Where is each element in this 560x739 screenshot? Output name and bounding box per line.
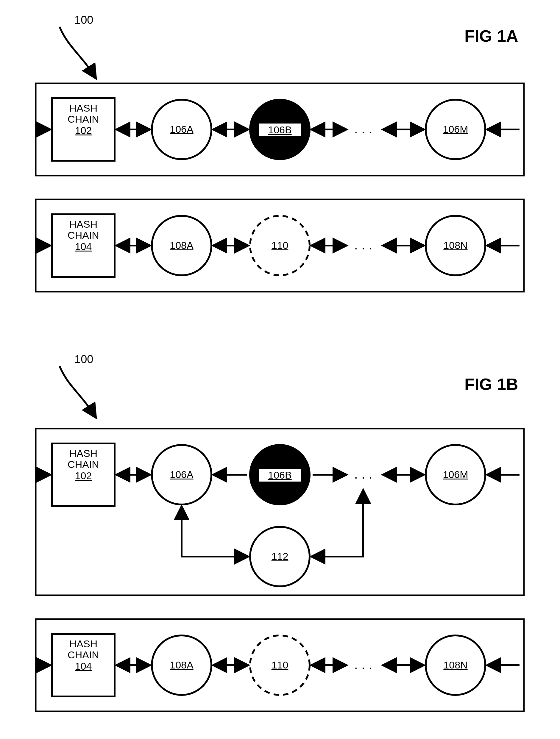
fig-1b: 100 FIG 1B HASH CHAIN 102 106A 106B . . … [36, 353, 524, 711]
label-106b: 106B [259, 124, 301, 136]
hash-line1: HASH [52, 448, 115, 459]
label-112: 112 [262, 551, 298, 562]
hash-ref-104: 104 [52, 241, 115, 252]
ellipsis-1b-2: . . . [354, 657, 372, 672]
callout-arrow-fig1a [59, 27, 95, 78]
hash-line1: HASH [52, 103, 115, 114]
hash-line2: CHAIN [52, 230, 115, 241]
fig1a-chain2: HASH CHAIN 104 108A 110 . . . 108N [36, 199, 524, 292]
label-106a: 106A [158, 124, 205, 135]
callout-100-fig1a: 100 [75, 14, 93, 26]
label-110: 110 [262, 240, 298, 251]
label-108n: 108N [432, 240, 479, 251]
label-110-b: 110 [262, 659, 298, 671]
arrow-112-ellipsis [313, 491, 363, 557]
title-fig1b: FIG 1B [464, 375, 518, 394]
label-108n-b: 108N [432, 659, 479, 671]
hash-line1: HASH [52, 638, 115, 649]
hash-ref-104b: 104 [52, 661, 115, 672]
callout-100-fig1b: 100 [75, 353, 93, 365]
fig1b-chain1: HASH CHAIN 102 106A 106B . . . 106M 112 [36, 429, 524, 595]
label-106b-b: 106B [259, 469, 301, 481]
arrow-106a-112 [182, 507, 247, 557]
ellipsis-1a-1: . . . [354, 121, 372, 136]
diagram-svg: 100 FIG 1A HASH CHAIN 102 106A 106B [0, 0, 560, 739]
fig1a-chain1: HASH CHAIN 102 106A 106B . . . 106M [36, 83, 524, 176]
hash-ref-102: 102 [52, 125, 115, 136]
label-106m-b: 106M [432, 469, 479, 480]
fig1b-chain2: HASH CHAIN 104 108A 110 . . . 108N [36, 619, 524, 711]
hash-line1: HASH [52, 219, 115, 230]
fig-1a: 100 FIG 1A HASH CHAIN 102 106A 106B [36, 14, 524, 292]
ellipsis-1b-1: . . . [354, 467, 372, 481]
hash-line2: CHAIN [52, 114, 115, 125]
page: 100 FIG 1A HASH CHAIN 102 106A 106B [0, 0, 560, 739]
title-fig1a: FIG 1A [464, 26, 518, 45]
ellipsis-1a-2: . . . [354, 238, 372, 252]
label-108a: 108A [158, 240, 205, 251]
hash-ref-102b: 102 [52, 470, 115, 481]
label-108a-b: 108A [158, 659, 205, 671]
hash-line2: CHAIN [52, 649, 115, 660]
hash-line2: CHAIN [52, 459, 115, 470]
label-106m: 106M [432, 124, 479, 135]
label-106a-b: 106A [158, 469, 205, 480]
callout-arrow-fig1b [59, 366, 95, 417]
